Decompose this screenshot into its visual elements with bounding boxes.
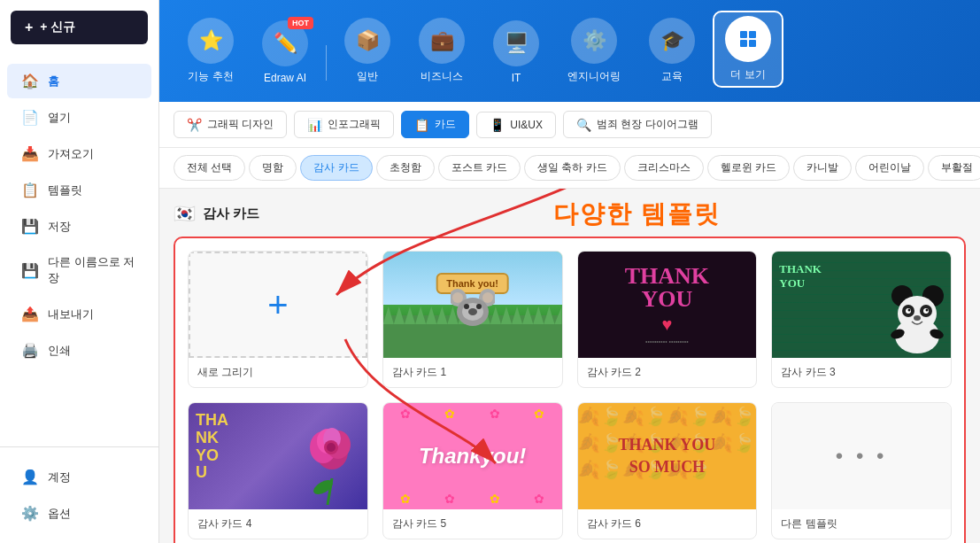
- nav-education-label: 교육: [661, 69, 683, 84]
- card-1[interactable]: Thank you! 감사 카드 1: [382, 251, 563, 388]
- sidebar-item-label: 옵션: [48, 506, 71, 522]
- card-3-thumb: THANKYOU: [772, 252, 951, 358]
- cat-crime[interactable]: 🔍 범죄 현장 다이어그램: [563, 111, 712, 138]
- card-1-label: 감사 카드 1: [383, 358, 562, 387]
- cat-graphic[interactable]: ✂️ 그래픽 디자인: [174, 111, 287, 138]
- sidebar-item-storage[interactable]: 💾 저장: [7, 209, 151, 244]
- svg-rect-2: [740, 40, 747, 47]
- nav-more[interactable]: 더 보기: [713, 11, 783, 88]
- sidebar-item-print[interactable]: 🖨️ 인쇄: [7, 333, 151, 368]
- nav-education[interactable]: 🎓 교육: [638, 14, 706, 88]
- nav-it[interactable]: 🖥️ IT: [482, 17, 550, 88]
- card-3[interactable]: THANKYOU: [771, 251, 952, 388]
- filter-childrens[interactable]: 어린이날: [855, 155, 924, 181]
- nav-general[interactable]: 📦 일반: [334, 14, 401, 88]
- storage-icon: 💾: [21, 218, 39, 235]
- card-more-thumb: • • •: [772, 403, 951, 509]
- it-icon-circle: 🖥️: [493, 20, 539, 66]
- sidebar-item-label: 계정: [48, 469, 71, 485]
- sidebar-item-send[interactable]: 📤 내보내기: [7, 297, 151, 331]
- sidebar-item-account[interactable]: 👤 계정: [7, 460, 151, 494]
- features-icon-circle: ⭐: [188, 18, 234, 64]
- sidebar-item-label: 열기: [48, 110, 71, 126]
- filter-birthday[interactable]: 생일 축하 카드: [524, 155, 621, 181]
- options-icon: ⚙️: [21, 505, 39, 522]
- card-6-text: THANK YOUSO MUCH: [618, 434, 715, 478]
- filter-carnival[interactable]: 카니발: [793, 155, 852, 181]
- sidebar-item-label: 템플릿: [48, 182, 82, 198]
- education-icon-circle: 🎓: [649, 18, 695, 64]
- filter-childrens-label: 어린이날: [868, 161, 911, 174]
- main-content: ⭐ 기능 추천 HOT ✏️ Edraw AI 📦 일반 💼 비즈니스 🖥️ I…: [159, 0, 980, 543]
- filter-easter[interactable]: 부활절: [928, 155, 980, 181]
- card-2[interactable]: THANKYOU ♥ •••••••••• ••••••••• 감사 카드 2: [577, 251, 758, 388]
- section-header: 🇰🇷 감사 카드: [174, 203, 966, 224]
- new-button-label: + 신규: [40, 19, 75, 35]
- nav-business-label: 비즈니스: [421, 69, 463, 84]
- cat-infographic-label: 인포그래픽: [328, 117, 381, 132]
- category-bar: ✂️ 그래픽 디자인 📊 인포그래픽 📋 카드 📱 UI&UX 🔍 범죄 현장 …: [159, 102, 980, 148]
- filter-halloween[interactable]: 헬로윈 카드: [707, 155, 790, 181]
- nav-engineering[interactable]: ⚙️ 엔지니어링: [557, 14, 631, 88]
- sidebar-item-templates[interactable]: 📋 템플릿: [7, 173, 151, 207]
- card-more[interactable]: • • • 다른 템플릿: [771, 402, 952, 539]
- new-button[interactable]: + + 신규: [11, 11, 148, 44]
- sidebar-item-options[interactable]: ⚙️ 옵션: [7, 496, 151, 531]
- section-title: 감사 카드: [203, 206, 259, 222]
- more-icon-circle: [725, 16, 771, 62]
- filter-bar: 전체 선택 명함 감사 카드 초청함 포스트 카드 생일 축하 카드 크리스마스…: [159, 148, 980, 189]
- filter-christmas[interactable]: 크리스마스: [624, 155, 704, 181]
- card-4[interactable]: THANKYOU: [188, 402, 368, 539]
- svg-point-22: [926, 309, 929, 312]
- card-5-top-decor: ✿ ✿ ✿ ✿: [383, 407, 562, 421]
- cat-infographic[interactable]: 📊 인포그래픽: [294, 111, 394, 138]
- sidebar-item-open[interactable]: 📄 열기: [7, 100, 151, 135]
- svg-point-23: [914, 315, 921, 321]
- nav-divider: [326, 45, 327, 81]
- save-as-icon: 💾: [21, 262, 39, 279]
- sidebar-item-import[interactable]: 📥 가져오기: [7, 136, 151, 171]
- dots-icon: • • •: [836, 444, 888, 469]
- filter-all[interactable]: 전체 선택: [174, 155, 245, 181]
- import-icon: 📥: [21, 145, 39, 162]
- filter-all-label: 전체 선택: [187, 161, 232, 174]
- sidebar-item-label: 인쇄: [48, 343, 71, 359]
- card-5[interactable]: ✿ ✿ ✿ ✿ Thankyou! ✿ ✿ ✿ ✿ 감사 카드 5: [382, 402, 563, 539]
- crime-icon: 🔍: [576, 118, 591, 132]
- cat-crime-label: 범죄 현장 다이어그램: [597, 117, 698, 132]
- filter-thank[interactable]: 감사 카드: [300, 155, 372, 181]
- card-2-text: THANKYOU: [625, 265, 709, 311]
- card-new[interactable]: + 새로 그리기: [188, 251, 368, 388]
- nav-business[interactable]: 💼 비즈니스: [408, 14, 475, 88]
- filter-halloween-label: 헬로윈 카드: [721, 161, 776, 174]
- card-6-thumb: 🍂🍃🍂🍃🍂🍃🍂🍃🍂🍃🍂🍃🍂🍃🍂🍃🍂🍃🍂🍃🍂🍃 THANK YOUSO MUCH: [578, 403, 757, 509]
- cat-graphic-label: 그래픽 디자인: [207, 117, 274, 132]
- svg-point-6: [452, 292, 463, 303]
- cat-uiux-label: UI&UX: [510, 119, 543, 131]
- card-6[interactable]: 🍂🍃🍂🍃🍂🍃🍂🍃🍂🍃🍂🍃🍂🍃🍂🍃🍂🍃🍂🍃🍂🍃 THANK YOUSO MUCH …: [577, 402, 758, 539]
- filter-invite[interactable]: 초청함: [376, 155, 435, 181]
- koala-svg: [451, 287, 495, 331]
- engineering-icon-circle: ⚙️: [571, 18, 617, 64]
- nav-edraw-ai[interactable]: HOT ✏️ Edraw AI: [251, 17, 319, 88]
- hot-badge: HOT: [288, 17, 313, 29]
- filter-christmas-label: 크리스마스: [637, 161, 691, 174]
- cat-uiux[interactable]: 📱 UI&UX: [476, 112, 556, 138]
- nav-features[interactable]: ⭐ 기능 추천: [177, 14, 244, 88]
- cat-card[interactable]: 📋 카드: [401, 111, 469, 138]
- card-5-label: 감사 카드 5: [383, 509, 562, 539]
- filter-namecard[interactable]: 명함: [249, 155, 297, 181]
- cat-card-label: 카드: [435, 117, 456, 132]
- sidebar-item-home[interactable]: 🏠 홈: [7, 64, 151, 98]
- card-2-label: 감사 카드 2: [578, 358, 757, 387]
- open-icon: 📄: [21, 109, 39, 126]
- sidebar-item-label: 저장: [48, 219, 71, 235]
- filter-postcard[interactable]: 포스트 카드: [438, 155, 521, 181]
- filter-carnival-label: 카니발: [806, 161, 838, 174]
- graphic-icon: ✂️: [187, 118, 202, 132]
- sidebar-item-save-as[interactable]: 💾 다른 이름으로 저장: [7, 245, 151, 295]
- filter-invite-label: 초청함: [390, 161, 421, 174]
- home-icon: 🏠: [21, 73, 39, 89]
- sidebar-item-label: 다른 이름으로 저장: [48, 254, 137, 286]
- sidebar-bottom: 👤 계정 ⚙️ 옵션: [0, 446, 158, 543]
